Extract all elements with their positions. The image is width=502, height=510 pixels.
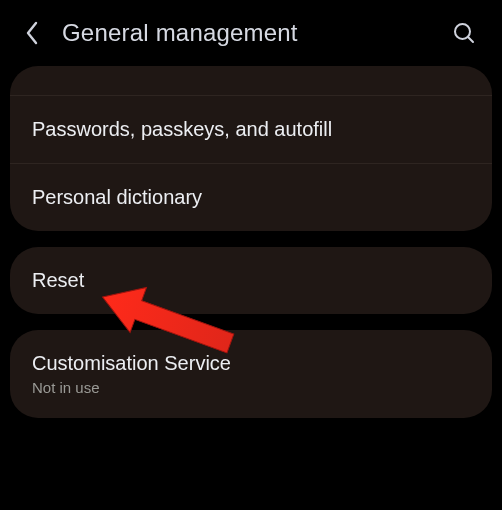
menu-item-label: Passwords, passkeys, and autofill — [32, 118, 470, 141]
settings-group-3: Customisation Service Not in use — [10, 330, 492, 418]
menu-item-reset[interactable]: Reset — [10, 247, 492, 314]
search-button[interactable] — [444, 13, 484, 53]
search-icon — [452, 21, 476, 45]
menu-item-personal-dictionary[interactable]: Personal dictionary — [10, 163, 492, 231]
page-title: General management — [62, 19, 444, 47]
settings-group-2: Reset — [10, 247, 492, 314]
menu-item-customisation-service[interactable]: Customisation Service Not in use — [10, 330, 492, 418]
group-spacer — [10, 66, 492, 96]
content: Passwords, passkeys, and autofill Person… — [0, 66, 502, 418]
header: General management — [0, 0, 502, 66]
settings-group-1: Passwords, passkeys, and autofill Person… — [10, 66, 492, 231]
menu-item-label: Customisation Service — [32, 352, 470, 375]
svg-line-1 — [468, 37, 473, 42]
back-button[interactable] — [18, 13, 46, 53]
chevron-left-icon — [25, 21, 39, 45]
menu-item-subtitle: Not in use — [32, 379, 470, 396]
menu-item-label: Reset — [32, 269, 470, 292]
menu-item-passwords[interactable]: Passwords, passkeys, and autofill — [10, 96, 492, 163]
menu-item-label: Personal dictionary — [32, 186, 470, 209]
